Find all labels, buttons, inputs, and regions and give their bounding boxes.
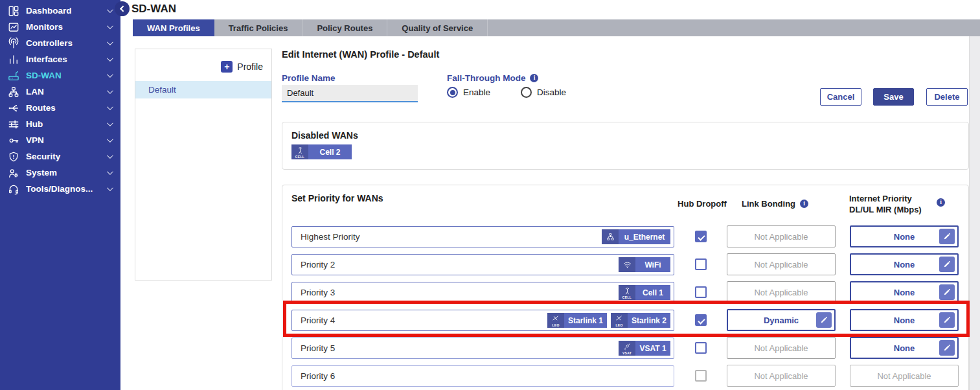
sidebar-item-security[interactable]: Security: [0, 148, 120, 165]
sidebar-item-lan[interactable]: LAN: [0, 84, 120, 100]
sidebar-item-routes[interactable]: Routes: [0, 100, 120, 116]
tab-wan-profiles[interactable]: WAN Profiles: [133, 19, 214, 36]
sidebar-item-vpn[interactable]: VPN: [0, 132, 120, 148]
sidebar-item-hub[interactable]: Hub: [0, 116, 120, 132]
column-header-internet-priority: Internet Priority DL/UL MIR (Mbps): [849, 193, 926, 215]
chevron-down-icon: [107, 55, 113, 62]
info-icon[interactable]: i: [800, 200, 808, 208]
link-bonding-row6: Not Applicable: [727, 365, 836, 387]
wan-chip-vsat-1[interactable]: VSAT VSAT 1: [619, 341, 670, 356]
chevron-down-icon: [107, 87, 113, 94]
wan-chip-u-ethernet[interactable]: u_Ethernet: [602, 229, 670, 244]
link-bonding-row1: Not Applicable: [727, 225, 836, 247]
edit-pencil-icon[interactable]: [939, 257, 955, 272]
chevron-down-icon: [107, 120, 113, 126]
routes-icon: [8, 102, 20, 114]
hub-dropoff-checkbox-row5[interactable]: [695, 342, 707, 354]
internet-priority-row2[interactable]: None: [850, 253, 959, 275]
delete-button[interactable]: Delete: [926, 88, 968, 106]
radio-enable[interactable]: [447, 87, 458, 98]
edit-pencil-icon[interactable]: [939, 284, 955, 300]
profiles-panel: + Profile Default: [135, 49, 272, 281]
priority-table-title: Set Priority for WANs: [291, 193, 383, 203]
hub-dropoff-checkbox-row1[interactable]: [695, 231, 707, 242]
back-button[interactable]: [115, 1, 130, 16]
sidebar-item-interfaces[interactable]: Interfaces: [0, 51, 120, 67]
scrollbar-track[interactable]: [969, 36, 980, 390]
dashboard-icon: [8, 5, 20, 17]
hub-dropoff-checkbox-row3[interactable]: [695, 286, 707, 298]
internet-priority-row4[interactable]: None: [850, 309, 959, 331]
wifi-icon: [619, 257, 635, 272]
priority-row-2[interactable]: Priority 2 WiFi: [291, 254, 674, 275]
edit-pencil-icon[interactable]: [816, 312, 832, 328]
chevron-down-icon: [107, 168, 113, 175]
lan-icon: [602, 229, 619, 244]
hub-dropoff-checkbox-row6[interactable]: [695, 370, 707, 382]
profile-name-input[interactable]: [282, 85, 418, 102]
disabled-wans-section: Disabled WANs CELL Cell 2: [282, 122, 969, 170]
wan-chip-starlink-2[interactable]: LEO Starlink 2: [611, 313, 670, 328]
wan-chip-cell-2[interactable]: CELL Cell 2: [291, 144, 352, 159]
link-bonding-row3: Not Applicable: [727, 281, 836, 303]
chevron-down-icon: [107, 104, 113, 110]
tab-policy-routes[interactable]: Policy Routes: [302, 19, 387, 36]
sidebar-item-tools-diagnostics[interactable]: Tools/Diagnos...: [0, 181, 120, 197]
column-header-hub-dropoff: Hub Dropoff: [675, 199, 729, 209]
leo-satellite-icon: LEO: [547, 313, 564, 328]
link-bonding-row5: Not Applicable: [727, 337, 836, 359]
wan-chip-starlink-1[interactable]: LEO Starlink 1: [547, 313, 607, 328]
plus-icon: +: [221, 61, 233, 73]
fall-through-mode-label: Fall-Through Mode i: [447, 73, 538, 83]
radio-disable[interactable]: [521, 87, 532, 98]
sidebar-item-system[interactable]: System: [0, 165, 120, 181]
priority-row-5[interactable]: Priority 5 VSAT VSAT 1: [291, 338, 674, 359]
priority-row-6[interactable]: Priority 6: [291, 365, 674, 387]
tab-traffic-policies[interactable]: Traffic Policies: [214, 19, 303, 36]
chevron-down-icon: [107, 136, 113, 143]
cancel-button[interactable]: Cancel: [820, 88, 861, 106]
vpn-key-icon: [8, 134, 20, 146]
save-button[interactable]: Save: [873, 88, 914, 106]
sidebar-item-monitors[interactable]: Monitors: [0, 19, 120, 35]
wan-chip-cell-1[interactable]: CELL Cell 1: [619, 285, 670, 300]
cell-tower-icon: CELL: [291, 144, 308, 159]
column-header-link-bonding: Link Bonding i: [742, 199, 808, 209]
hub-dropoff-checkbox-row4[interactable]: [695, 314, 707, 326]
sidebar: Dashboard Monitors Controllers Interface…: [0, 0, 120, 390]
edit-pencil-icon[interactable]: [939, 340, 955, 356]
edit-pencil-icon[interactable]: [939, 312, 955, 328]
profile-name-label: Profile Name: [282, 73, 336, 83]
add-profile-button[interactable]: + Profile: [221, 61, 263, 73]
edit-profile-title: Edit Internet (WAN) Profile - Default: [282, 49, 439, 60]
internet-priority-row1[interactable]: None: [850, 225, 959, 247]
link-bonding-row4[interactable]: Dynamic: [727, 309, 836, 331]
info-icon[interactable]: i: [530, 74, 538, 82]
sidebar-item-controllers[interactable]: Controllers: [0, 35, 120, 51]
sidebar-item-sd-wan[interactable]: SD-WAN: [0, 67, 120, 84]
internet-priority-row5[interactable]: None: [850, 337, 959, 359]
leo-satellite-icon: LEO: [611, 313, 628, 328]
fall-through-radio-group: Enable Disable: [447, 87, 566, 98]
security-shield-icon: [8, 150, 20, 163]
lan-icon: [8, 86, 20, 98]
priority-row-3[interactable]: Priority 3 CELL Cell 1: [291, 282, 674, 303]
sd-wan-router-icon: [8, 69, 20, 82]
priority-row-4[interactable]: Priority 4 LEO Starlink 1 LEO Starlink 2: [291, 310, 674, 331]
edit-pencil-icon[interactable]: [939, 229, 955, 244]
wan-chip-wifi[interactable]: WiFi: [619, 257, 670, 272]
profile-list-item-default[interactable]: Default: [135, 81, 271, 98]
tab-quality-of-service[interactable]: Quality of Service: [387, 19, 488, 36]
chevron-left-icon: [120, 6, 126, 12]
cell-tower-icon: CELL: [619, 285, 635, 300]
tools-headset-icon: [8, 183, 20, 195]
internet-priority-row3[interactable]: None: [850, 281, 959, 303]
sidebar-item-dashboard[interactable]: Dashboard: [0, 3, 120, 19]
priority-row-highest[interactable]: Highest Priority u_Ethernet: [291, 226, 674, 247]
chevron-down-icon: [107, 23, 113, 29]
controllers-icon: [8, 37, 20, 49]
info-icon[interactable]: i: [937, 198, 945, 207]
vsat-satellite-icon: VSAT: [619, 341, 635, 356]
page-title: SD-WAN: [131, 3, 176, 16]
hub-dropoff-checkbox-row2[interactable]: [695, 258, 707, 270]
